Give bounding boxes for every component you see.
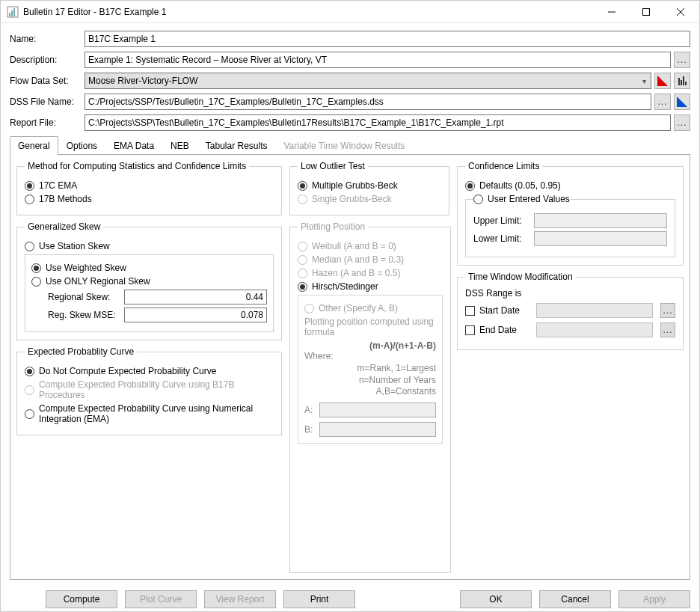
- report-file-input[interactable]: [85, 114, 671, 131]
- window-title: Bulletin 17 Editor - B17C Example 1: [23, 7, 595, 17]
- tab-variable-time-window: Variable Time Window Results: [276, 136, 414, 155]
- dots-icon: ...: [663, 326, 672, 334]
- name-label: Name:: [10, 34, 85, 44]
- other-ab-label: Other (Specify A, B): [319, 303, 398, 313]
- titlebar[interactable]: Bulletin 17 Editor - B17C Example 1: [1, 1, 699, 23]
- description-input[interactable]: [85, 52, 671, 68]
- svg-rect-2: [11, 10, 13, 16]
- hirsch-label: Hirsch/Stedinger: [312, 281, 378, 292]
- plotting-computed-text: Plotting position computed using formula: [304, 316, 436, 337]
- radio-median: [298, 255, 307, 265]
- use-only-regional-label: Use ONLY Regional Skew: [46, 276, 150, 287]
- lower-limit-input: [534, 231, 667, 246]
- low-outlier-fieldset: Low Outlier Test Multiple Grubbs-Beck Si…: [289, 161, 449, 215]
- button-bar: Compute Plot Curve View Report Print OK …: [1, 586, 699, 612]
- user-entered-label: User Entered Values: [488, 194, 570, 204]
- view-report-button: View Report: [204, 590, 276, 608]
- where-line-2: n=Number of Years: [304, 375, 436, 387]
- end-date-checkbox[interactable]: [465, 325, 475, 335]
- dss-range-text: DSS Range is: [465, 288, 675, 299]
- radio-do-not-compute[interactable]: [25, 367, 34, 376]
- low-outlier-legend: Low Outlier Test: [298, 161, 368, 171]
- radio-multiple-grubbs-beck[interactable]: [298, 181, 307, 191]
- radio-hirsch-stedinger: [298, 282, 307, 292]
- radio-use-weighted-skew[interactable]: [31, 263, 41, 273]
- median-label: Median (A and B = 0.3): [312, 254, 404, 265]
- radio-17c-ema-label: 17C EMA: [39, 180, 77, 191]
- dss-file-input[interactable]: [85, 94, 651, 110]
- radio-defaults[interactable]: [465, 181, 475, 191]
- confidence-legend: Confidence Limits: [465, 161, 542, 171]
- dss-blue-button[interactable]: [674, 94, 690, 110]
- apply-button: Apply: [618, 590, 690, 608]
- do-not-compute-label: Do Not Compute Expected Probability Curv…: [39, 366, 216, 376]
- reg-skew-mse-input[interactable]: [124, 307, 267, 322]
- reg-skew-mse-label: Reg. Skew MSE:: [31, 310, 121, 320]
- end-date-browse-button: ...: [660, 322, 675, 337]
- end-date-input: [536, 322, 653, 337]
- radio-17c-ema[interactable]: [25, 181, 34, 191]
- dots-icon: ...: [663, 307, 672, 314]
- ok-button[interactable]: OK: [460, 590, 532, 608]
- use-weighted-label: Use Weighted Skew: [46, 263, 126, 273]
- app-icon: [7, 6, 19, 18]
- generalized-skew-legend: Generalized Skew: [25, 221, 103, 232]
- print-button[interactable]: Print: [283, 590, 355, 608]
- maximize-button[interactable]: [629, 1, 663, 22]
- expected-legend: Expected Probablity Curve: [25, 346, 137, 357]
- radio-user-entered[interactable]: [473, 195, 483, 204]
- generalized-skew-fieldset: Generalized Skew Use Station Skew Use We…: [16, 221, 282, 340]
- bars-icon: [678, 76, 687, 85]
- hazen-label: Hazen (A and B = 0.5): [312, 268, 400, 278]
- confidence-limits-fieldset: Confidence Limits Defaults (0.05, 0.95) …: [457, 161, 684, 266]
- radio-hazen: [298, 269, 307, 278]
- tab-ema-data[interactable]: EMA Data: [105, 136, 162, 155]
- tab-options[interactable]: Options: [58, 136, 105, 155]
- dss-browse-button[interactable]: ...: [654, 94, 671, 110]
- flow-bars-button[interactable]: [674, 73, 690, 89]
- flow-plot-button[interactable]: [654, 73, 671, 89]
- description-browse-button[interactable]: ...: [674, 52, 690, 68]
- flow-data-set-select[interactable]: Moose River-Victory-FLOW ▾: [85, 73, 651, 89]
- expected-probability-fieldset: Expected Probablity Curve Do Not Compute…: [16, 346, 282, 435]
- radio-use-station-skew[interactable]: [25, 242, 34, 251]
- method-fieldset: Method for Computing Statistics and Conf…: [16, 161, 282, 215]
- cancel-button[interactable]: Cancel: [539, 590, 611, 608]
- flow-data-set-value: Moose River-Victory-FLOW: [88, 76, 197, 86]
- plotting-legend: Plotting Position: [298, 221, 368, 232]
- upper-limit-label: Upper Limit:: [473, 215, 529, 226]
- close-button[interactable]: [663, 1, 698, 22]
- chevron-down-icon: ▾: [642, 77, 649, 85]
- radio-17b-methods[interactable]: [25, 195, 34, 204]
- a-label: A:: [304, 405, 316, 415]
- compute-button[interactable]: Compute: [46, 590, 117, 608]
- svg-rect-5: [643, 8, 650, 15]
- radio-compute-b17b: [25, 385, 34, 395]
- lower-limit-label: Lower Limit:: [473, 233, 529, 244]
- report-browse-button[interactable]: ...: [674, 114, 690, 131]
- plotting-position-fieldset: Plotting Position Weibull (A and B = 0) …: [289, 221, 451, 573]
- radio-single-grubbs-beck: [298, 195, 307, 204]
- svg-rect-3: [13, 8, 15, 16]
- radio-compute-ema[interactable]: [25, 409, 34, 419]
- chart-blue-icon: [677, 97, 687, 107]
- tab-neb[interactable]: NEB: [162, 136, 197, 155]
- dots-icon: ...: [677, 56, 687, 64]
- radio-17b-methods-label: 17B Methods: [39, 194, 92, 204]
- regional-skew-input[interactable]: [124, 290, 267, 305]
- start-date-checkbox[interactable]: [465, 306, 475, 316]
- minimize-button[interactable]: [595, 1, 629, 22]
- compute-b17b-label: Compute Expected Probability Curve using…: [39, 379, 274, 400]
- name-input[interactable]: [85, 31, 690, 47]
- single-gb-label: Single Grubbs-Beck: [312, 194, 392, 204]
- tab-general[interactable]: General: [10, 136, 58, 155]
- tab-bar: General Options EMA Data NEB Tabular Res…: [10, 135, 690, 155]
- chart-red-icon: [657, 76, 668, 86]
- plot-curve-button: Plot Curve: [125, 590, 197, 608]
- dots-icon: ...: [677, 119, 687, 126]
- tab-tabular-results[interactable]: Tabular Results: [197, 136, 276, 155]
- description-label: Description:: [10, 55, 85, 65]
- radio-weibull: [298, 242, 307, 251]
- report-file-label: Report File:: [10, 117, 85, 128]
- radio-use-only-regional-skew[interactable]: [31, 277, 41, 287]
